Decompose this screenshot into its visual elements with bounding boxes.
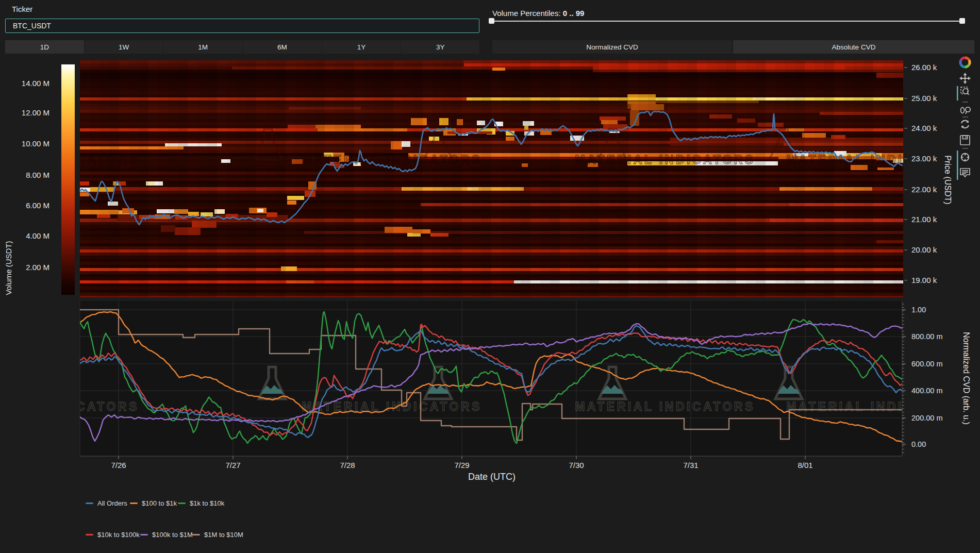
svg-text:600.00 m: 600.00 m [911, 360, 942, 368]
svg-text:1.00: 1.00 [911, 306, 926, 314]
svg-text:MATERIAL INDICATORS: MATERIAL INDICATORS [575, 153, 755, 166]
svg-text:4.00 M: 4.00 M [26, 231, 49, 240]
svg-text:0.00: 0.00 [911, 440, 926, 448]
svg-text:20.00 k: 20.00 k [911, 245, 937, 254]
svg-text:8.00 M: 8.00 M [26, 171, 49, 179]
svg-text:Volume (USDT): Volume (USDT) [4, 241, 13, 295]
svg-text:23.00 k: 23.00 k [911, 154, 937, 163]
svg-text:22.00 k: 22.00 k [911, 185, 937, 194]
svg-text:Normalized CVD (arb. u.): Normalized CVD (arb. u.) [962, 332, 971, 425]
svg-text:Price (USDT): Price (USDT) [943, 155, 952, 204]
svg-text:MATERIAL INDICATORS: MATERIAL INDICATORS [575, 400, 755, 413]
svg-text:Date (UTC): Date (UTC) [468, 472, 516, 482]
svg-text:6.00 M: 6.00 M [26, 201, 49, 210]
svg-text:25.00 k: 25.00 k [911, 94, 937, 103]
svg-text:7/27: 7/27 [225, 461, 240, 470]
svg-text:21.00 k: 21.00 k [911, 215, 937, 224]
svg-text:10.00 M: 10.00 M [22, 139, 49, 148]
svg-text:MATERIAL INDICATORS: MATERIAL INDICATORS [302, 400, 482, 413]
svg-text:7/26: 7/26 [111, 461, 126, 470]
svg-text:MATERIAL INDICATORS: MATERIAL INDICATORS [786, 400, 967, 413]
svg-text:14.00 M: 14.00 M [22, 79, 49, 88]
svg-text:7/29: 7/29 [454, 461, 469, 470]
svg-text:19.00 k: 19.00 k [911, 276, 937, 284]
svg-text:2.00 M: 2.00 M [26, 263, 49, 272]
svg-text:7/31: 7/31 [683, 461, 698, 470]
svg-text:24.00 k: 24.00 k [911, 124, 937, 132]
svg-text:8/01: 8/01 [798, 461, 812, 470]
svg-text:7/28: 7/28 [340, 461, 355, 470]
svg-text:200.00 m: 200.00 m [911, 414, 942, 422]
svg-text:400.00 m: 400.00 m [911, 387, 942, 395]
svg-text:MATERIAL INDICATORS: MATERIAL INDICATORS [0, 400, 139, 413]
svg-text:800.00 m: 800.00 m [911, 332, 942, 341]
svg-text:26.00 k: 26.00 k [911, 63, 937, 72]
svg-text:7/30: 7/30 [569, 461, 584, 470]
svg-text:12.00 M: 12.00 M [22, 108, 49, 117]
